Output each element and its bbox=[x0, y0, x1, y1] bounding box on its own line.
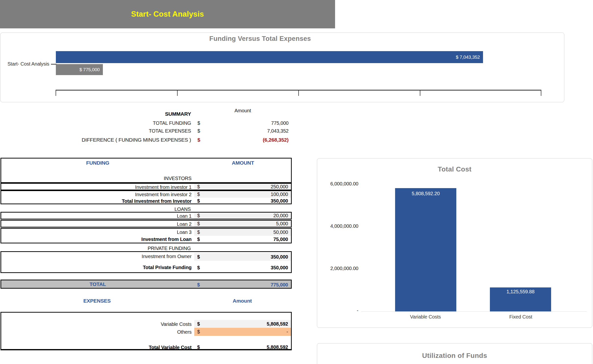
funding-column-header: FUNDING bbox=[1, 160, 194, 166]
currency-symbol: $ bbox=[197, 198, 200, 204]
variable-costs-bar-label: 5,808,592.20 bbox=[412, 191, 440, 311]
x-axis-tick bbox=[420, 90, 420, 96]
amount-input-cell[interactable]: $ - bbox=[194, 328, 291, 336]
variable-costs-bar: 5,808,592.20 bbox=[395, 188, 456, 311]
amount-value: 5,808,592 bbox=[267, 321, 288, 327]
table-row-box: Investment from investor 1 $ 250,000 bbox=[0, 183, 292, 190]
table-row: $ 775,000 bbox=[1, 281, 291, 288]
amount-input-cell[interactable]: $ 20,000 bbox=[194, 213, 291, 219]
section-label-loans: LOANS bbox=[0, 206, 191, 212]
table-row: Others $ - bbox=[1, 328, 291, 336]
table-total-row: Investment from Loan $ 75,000 bbox=[1, 236, 291, 243]
funding-table-header-box: FUNDING AMOUNT INVESTORS bbox=[0, 158, 292, 183]
amount-input-cell[interactable]: $ 250,000 bbox=[194, 184, 291, 190]
section-label-investors: INVESTORS bbox=[1, 176, 192, 181]
y-axis-tick-label: 2,000,000.00 bbox=[319, 266, 358, 271]
section-label-private-funding: PRIVATE FUNDING bbox=[0, 246, 191, 251]
category-axis-label: Start- Cost Analysis bbox=[0, 61, 49, 67]
currency-symbol: $ bbox=[197, 120, 200, 126]
table-row: Investment from investor 1 $ 250,000 bbox=[1, 184, 291, 190]
table-row: Loan 3 $ 50,000 bbox=[1, 229, 291, 236]
amount-value: 350,000 bbox=[271, 265, 288, 271]
table-row-box: Loan 3 $ 50,000 Investment from Loan $ 7… bbox=[0, 228, 292, 243]
amount-total-cell: $ 5,808,592 bbox=[194, 344, 291, 350]
summary-amount-header: Amount bbox=[221, 108, 265, 114]
x-axis-tick bbox=[177, 90, 178, 96]
baseline-axis bbox=[361, 311, 587, 312]
table-total-row: Total Private Funding $ 350,000 bbox=[1, 264, 291, 271]
amount-input-cell[interactable]: $ 350,000 bbox=[194, 253, 291, 261]
row-label: Total Private Funding bbox=[1, 265, 192, 270]
amount-value: 250,000 bbox=[271, 184, 288, 190]
currency-symbol: $ bbox=[197, 321, 200, 327]
funding-chart-title: Funding Versus Total Expenses bbox=[0, 35, 520, 43]
x-axis-tick bbox=[56, 90, 56, 96]
y-axis-tick-label: 4,000,000.00 bbox=[319, 223, 358, 229]
amount-value: 5,808,592 bbox=[267, 344, 288, 350]
amount-value: 75,000 bbox=[273, 237, 288, 242]
funding-grand-total-row: TOTAL $ 775,000 bbox=[0, 280, 292, 289]
currency-symbol: $ bbox=[197, 137, 200, 143]
expenses-amount-header: Amount bbox=[194, 298, 290, 304]
amount-value: 775,000 bbox=[271, 282, 288, 288]
amount-total-cell: $ 350,000 bbox=[194, 198, 291, 204]
total-cost-chart: Total Cost 6,000,000.00 4,000,000.00 2,0… bbox=[317, 158, 592, 328]
amount-value: 20,000 bbox=[273, 213, 288, 218]
currency-symbol: $ bbox=[197, 265, 200, 271]
fixed-cost-bar: 1,125,559.88 bbox=[490, 287, 551, 311]
category-label-variable-costs: Variable Costs bbox=[389, 314, 462, 320]
expenses-table-box: Variable Costs $ 5,808,592 Others $ - To… bbox=[0, 312, 292, 350]
expenses-bar-label: $ 7,043,352 bbox=[456, 55, 483, 60]
amount-value: 350,000 bbox=[271, 254, 288, 260]
summary-row-value: 7,043,352 bbox=[220, 128, 289, 134]
amount-input-cell[interactable]: $ 5,000 bbox=[194, 221, 291, 227]
grand-total-cell: $ 775,000 bbox=[194, 281, 291, 288]
summary-title: SUMMARY bbox=[93, 111, 191, 117]
currency-symbol: $ bbox=[197, 329, 200, 335]
table-row: Loan 2 $ 5,000 bbox=[1, 221, 291, 227]
currency-symbol: $ bbox=[197, 213, 200, 218]
table-row-box: Loan 1 $ 20,000 bbox=[0, 212, 292, 219]
table-row: Variable Costs $ 5,808,592 bbox=[1, 320, 291, 328]
amount-value: - bbox=[287, 329, 288, 335]
expenses-column-header: EXPENSES bbox=[0, 298, 194, 304]
x-axis-tick bbox=[298, 90, 299, 96]
currency-symbol: $ bbox=[197, 237, 200, 242]
sheet-banner: Start- Cost Analysis bbox=[0, 0, 335, 28]
category-label-fixed-cost: Fixed Cost bbox=[484, 314, 557, 320]
amount-value: 100,000 bbox=[271, 192, 288, 197]
total-cost-plot: 5,808,592.20 1,125,559.88 bbox=[361, 170, 587, 311]
x-axis-tick bbox=[541, 90, 541, 96]
utilization-chart-title: Utilization of Funds bbox=[317, 352, 592, 360]
table-row: Investment from investor 2 $ 100,000 bbox=[1, 191, 291, 198]
amount-column-header: AMOUNT bbox=[195, 160, 291, 166]
table-row-box: Investment from Owner $ 350,000 Total Pr… bbox=[0, 251, 292, 273]
funding-chart-plot: $ 7,043,352 $ 775,000 bbox=[56, 51, 541, 90]
y-axis-tick-label: - bbox=[319, 308, 358, 313]
summary-row-label: TOTAL FUNDING bbox=[0, 120, 191, 126]
sheet-title: Start- Cost Analysis bbox=[0, 0, 335, 28]
currency-symbol: $ bbox=[197, 192, 200, 197]
amount-input-cell[interactable]: $ 5,808,592 bbox=[194, 320, 291, 328]
utilization-of-funds-chart: Utilization of Funds bbox=[317, 343, 592, 364]
currency-symbol: $ bbox=[197, 282, 200, 288]
row-label: Investment from investor 1 bbox=[1, 184, 192, 190]
table-row: Loan 1 $ 20,000 bbox=[1, 213, 291, 219]
amount-total-cell: $ 75,000 bbox=[194, 236, 291, 243]
amount-value: 50,000 bbox=[273, 229, 288, 235]
funding-bar: $ 775,000 bbox=[56, 64, 103, 75]
fixed-cost-bar-label: 1,125,559.88 bbox=[507, 289, 534, 311]
funding-vs-expenses-chart: Funding Versus Total Expenses $ 7,043,35… bbox=[0, 33, 564, 102]
row-label: Loan 3 bbox=[1, 229, 192, 235]
summary-row-total-funding: TOTAL FUNDING $ 775,000 bbox=[0, 120, 292, 127]
amount-input-cell[interactable]: $ 100,000 bbox=[194, 191, 291, 198]
funding-bar-label: $ 775,000 bbox=[79, 67, 103, 72]
y-axis-tick-label: 6,000,000.00 bbox=[319, 181, 358, 187]
currency-symbol: $ bbox=[197, 221, 200, 227]
amount-value: 350,000 bbox=[271, 198, 288, 204]
amount-input-cell[interactable]: $ 50,000 bbox=[194, 229, 291, 236]
summary-row-label: TOTAL EXPENSES bbox=[0, 128, 191, 134]
row-label: Investment from Loan bbox=[1, 237, 192, 242]
summary-row-value: 775,000 bbox=[220, 120, 289, 126]
row-label: Investment from Owner bbox=[1, 254, 192, 259]
